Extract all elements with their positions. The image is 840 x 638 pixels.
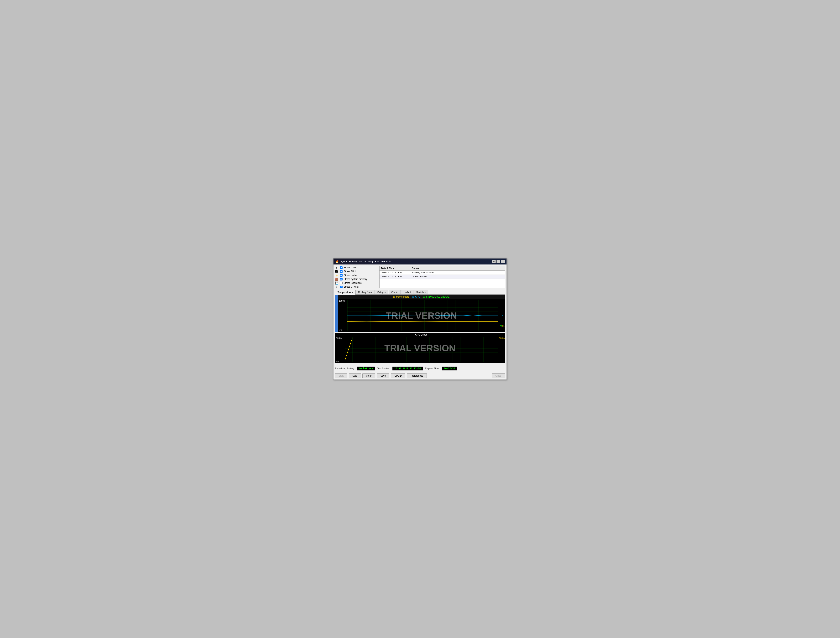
main-window: 🔥 System Stability Test - AIDA64 [ TRIAL… [333,258,507,380]
tabs-section: Temperatures Cooling Fans Voltages Clock… [335,290,505,295]
svg-rect-3 [345,337,498,362]
tab-statistics[interactable]: Statistics [414,290,428,294]
cpu-legend-label: CPU [415,295,420,298]
stress-fpu-label: Stress FPU [344,270,355,273]
stress-fpu-checkbox[interactable] [340,270,343,273]
title-controls: ─ □ ✕ [492,260,505,263]
close-button[interactable]: Close [492,373,505,378]
checkbox-stress-cpu: 🖥 Stress CPU [335,266,377,269]
close-window-button[interactable]: ✕ [501,260,505,263]
clear-button[interactable]: Clear [362,373,375,378]
stress-cache-checkbox[interactable] [340,274,343,276]
minimize-button[interactable]: ─ [492,260,496,263]
status-bar: Remaining Battery: No battery Test Start… [333,365,507,372]
stress-cpu-label: Stress CPU [344,266,356,269]
checkbox-stress-cache: ⚡ Stress cache [335,274,377,277]
legend-motherboard: ☑ Motherboard [393,295,409,298]
legend-disk: ☑ ST500DM002-1BD142 [423,295,449,298]
cache-icon: ⚡ [335,274,339,277]
app-icon: 🔥 [335,260,339,263]
tab-temperatures[interactable]: Temperatures [335,290,355,295]
fpu-icon: 🖼 [335,270,339,273]
stress-options: 🖥 Stress CPU 🖼 Stress FPU ⚡ Stress cache… [335,266,377,288]
stress-gpu-label: Stress GPU(s) [344,286,358,288]
temp-chart-container: ☑ Motherboard ☑ CPU ☑ ST500DM002-1BD142 … [338,295,505,332]
usage-chart-title: CPU Usage [345,333,498,336]
log-row-0: 26.07.2022 13:13:24 Stability Test: Star… [379,271,505,275]
temp-chart-section: ☑ Motherboard ☑ CPU ☑ ST500DM002-1BD142 … [335,295,505,332]
memory-icon: 🟫 [335,278,339,281]
log-table-header: Date & Time Status [379,266,505,271]
disk-temp-value: 31 [500,325,502,327]
tab-clocks[interactable]: Clocks [389,290,401,294]
preferences-button[interactable]: Preferences [407,373,427,378]
cpu-usage-value: 100% [499,337,505,339]
log-table: Date & Time Status 26.07.2022 13:13:24 S… [379,266,505,288]
start-button[interactable]: Start [335,373,347,378]
stress-cpu-checkbox[interactable] [340,267,343,269]
tab-bar: Temperatures Cooling Fans Voltages Clock… [335,290,505,295]
stress-memory-checkbox[interactable] [340,278,343,281]
stress-cache-label: Stress cache [344,274,357,276]
svg-rect-1 [347,300,498,330]
log-cell-status-1: GPU1: Started [411,275,505,278]
checkbox-stress-memory: 🟫 Stress system memory [335,278,377,281]
battery-value: No battery [357,366,375,370]
disk-check-icon: ☑ [423,295,425,298]
stress-disks-label: Stress local disks [344,282,362,284]
stress-memory-label: Stress system memory [344,278,367,281]
window-title: System Stability Test - AIDA64 [ TRIAL V… [340,260,490,263]
elapsed-value: 00:27:36 [442,366,457,370]
stress-disks-checkbox[interactable] [340,282,343,284]
gpu-icon: 🖥 [335,285,339,288]
temp-graph-area: 100°C 0°C [338,299,505,332]
stop-button[interactable]: Stop [349,373,361,378]
main-content: 🖥 Stress CPU 🖼 Stress FPU ⚡ Stress cache… [333,264,507,365]
title-bar: 🔥 System Stability Test - AIDA64 [ TRIAL… [333,259,507,264]
checkbox-stress-gpu: 🖥 Stress GPU(s) [335,285,377,288]
usage-y-max: 100% [336,337,342,339]
temp-chart-legend: ☑ Motherboard ☑ CPU ☑ ST500DM002-1BD142 [338,295,505,299]
save-button[interactable]: Save [377,373,389,378]
stress-gpu-checkbox[interactable] [340,286,343,288]
test-started-label: Test Started: [377,367,390,370]
scroll-indicator-temp [335,295,338,332]
temp-y-min: 0°C [339,329,343,331]
usage-y-min: 0% [336,360,339,363]
checkbox-stress-disks: 💾 Stress local disks [335,281,377,284]
test-started-value: 26.07.2022 13:13:24 [392,366,423,370]
temp-y-max: 100°C [339,300,345,302]
checkbox-stress-fpu: 🖼 Stress FPU [335,270,377,273]
log-header-datetime: Date & Time [379,266,411,270]
temp-svg-chart [347,300,498,330]
log-row-1: 26.07.2022 13:13:24 GPU1: Started [379,275,505,279]
log-cell-dt-0: 26.07.2022 13:13:24 [379,271,411,275]
mb-temp-value: 29 [502,325,505,327]
top-section: 🖥 Stress CPU 🖼 Stress FPU ⚡ Stress cache… [335,266,505,288]
legend-cpu: ☑ CPU [412,295,420,298]
tab-unified[interactable]: Unified [401,290,413,294]
disk-icon: 💾 [335,281,339,284]
usage-svg-chart [345,337,498,362]
cpu-check-icon: ☑ [412,295,414,298]
cpu-temp-value: 47 [502,314,505,317]
elapsed-label: Elapsed Time: [425,367,440,370]
maximize-button[interactable]: □ [496,260,501,263]
mb-legend-label: Motherboard [396,295,409,298]
log-header-status: Status [411,266,505,270]
mb-check-icon: ☑ [393,295,395,298]
tab-cooling-fans[interactable]: Cooling Fans [355,290,374,294]
log-cell-dt-1: 26.07.2022 13:13:24 [379,275,411,278]
tab-voltages[interactable]: Voltages [374,290,388,294]
cpu-icon: 🖥 [335,266,339,269]
log-cell-status-0: Stability Test: Started [411,271,505,275]
button-bar: Start Stop Clear Save CPUID Preferences … [333,372,507,379]
usage-chart-container: CPU Usage 100% 0% TRIAL VERSION 100% [335,333,505,363]
battery-label: Remaining Battery: [335,367,355,370]
cpuid-button[interactable]: CPUID [391,373,405,378]
disk-legend-label: ST500DM002-1BD142 [426,295,449,298]
